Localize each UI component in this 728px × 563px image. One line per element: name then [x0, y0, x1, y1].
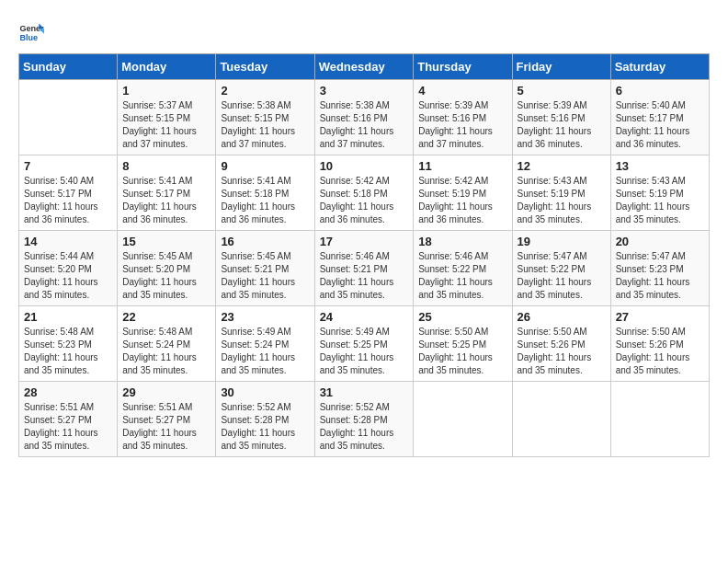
day-info: Sunrise: 5:40 AM Sunset: 5:17 PM Dayligh…: [24, 175, 112, 226]
day-info: Sunrise: 5:39 AM Sunset: 5:16 PM Dayligh…: [518, 99, 606, 151]
day-info: Sunrise: 5:38 AM Sunset: 5:16 PM Dayligh…: [320, 99, 409, 151]
day-number: 22: [122, 310, 210, 324]
day-info: Sunrise: 5:45 AM Sunset: 5:20 PM Dayligh…: [122, 250, 210, 302]
day-number: 25: [418, 310, 506, 324]
calendar-cell: 3Sunrise: 5:38 AM Sunset: 5:16 PM Daylig…: [314, 80, 414, 155]
calendar-cell: 18Sunrise: 5:46 AM Sunset: 5:22 PM Dayli…: [414, 231, 512, 306]
calendar-week-row: 1Sunrise: 5:37 AM Sunset: 5:15 PM Daylig…: [19, 80, 710, 155]
day-info: Sunrise: 5:38 AM Sunset: 5:15 PM Dayligh…: [221, 99, 309, 151]
day-info: Sunrise: 5:48 AM Sunset: 5:24 PM Dayligh…: [122, 326, 210, 377]
calendar-cell: 14Sunrise: 5:44 AM Sunset: 5:20 PM Dayli…: [19, 231, 118, 306]
calendar-cell: 8Sunrise: 5:41 AM Sunset: 5:17 PM Daylig…: [118, 155, 216, 231]
day-info: Sunrise: 5:50 AM Sunset: 5:26 PM Dayligh…: [518, 326, 606, 377]
calendar-cell: [610, 382, 709, 457]
calendar-cell: 7Sunrise: 5:40 AM Sunset: 5:17 PM Daylig…: [19, 155, 118, 231]
day-number: 11: [418, 159, 506, 173]
day-number: 4: [418, 84, 506, 98]
day-info: Sunrise: 5:41 AM Sunset: 5:18 PM Dayligh…: [221, 175, 309, 226]
day-info: Sunrise: 5:50 AM Sunset: 5:26 PM Dayligh…: [616, 326, 704, 377]
calendar-week-row: 28Sunrise: 5:51 AM Sunset: 5:27 PM Dayli…: [19, 382, 710, 457]
day-number: 18: [418, 235, 506, 248]
logo-icon: General Blue: [18, 18, 44, 44]
calendar-cell: 20Sunrise: 5:47 AM Sunset: 5:23 PM Dayli…: [610, 231, 709, 306]
calendar-week-row: 7Sunrise: 5:40 AM Sunset: 5:17 PM Daylig…: [19, 155, 710, 231]
day-number: 8: [122, 159, 210, 173]
day-info: Sunrise: 5:42 AM Sunset: 5:18 PM Dayligh…: [320, 175, 409, 226]
day-number: 28: [24, 385, 112, 399]
day-number: 12: [518, 159, 606, 173]
calendar-cell: 23Sunrise: 5:49 AM Sunset: 5:24 PM Dayli…: [216, 306, 314, 382]
calendar-cell: 6Sunrise: 5:40 AM Sunset: 5:17 PM Daylig…: [610, 80, 709, 155]
calendar-cell: 11Sunrise: 5:42 AM Sunset: 5:19 PM Dayli…: [414, 155, 512, 231]
weekday-header-saturday: Saturday: [610, 54, 709, 80]
day-info: Sunrise: 5:44 AM Sunset: 5:20 PM Dayligh…: [24, 250, 112, 302]
day-info: Sunrise: 5:52 AM Sunset: 5:28 PM Dayligh…: [320, 401, 409, 453]
day-number: 24: [320, 310, 409, 324]
calendar-cell: 16Sunrise: 5:45 AM Sunset: 5:21 PM Dayli…: [216, 231, 314, 306]
day-info: Sunrise: 5:52 AM Sunset: 5:28 PM Dayligh…: [221, 401, 309, 453]
day-number: 2: [221, 84, 309, 98]
day-info: Sunrise: 5:39 AM Sunset: 5:16 PM Dayligh…: [418, 99, 506, 151]
day-info: Sunrise: 5:43 AM Sunset: 5:19 PM Dayligh…: [518, 175, 606, 226]
calendar-cell: 22Sunrise: 5:48 AM Sunset: 5:24 PM Dayli…: [118, 306, 216, 382]
day-number: 14: [24, 235, 112, 248]
day-info: Sunrise: 5:50 AM Sunset: 5:25 PM Dayligh…: [418, 326, 506, 377]
calendar-cell: 1Sunrise: 5:37 AM Sunset: 5:15 PM Daylig…: [118, 80, 216, 155]
day-info: Sunrise: 5:41 AM Sunset: 5:17 PM Dayligh…: [122, 175, 210, 226]
day-number: 26: [518, 310, 606, 324]
calendar-cell: [414, 382, 512, 457]
calendar-cell: [512, 382, 610, 457]
day-number: 10: [320, 159, 409, 173]
day-number: 13: [616, 159, 704, 173]
calendar-cell: 12Sunrise: 5:43 AM Sunset: 5:19 PM Dayli…: [512, 155, 610, 231]
calendar-cell: 15Sunrise: 5:45 AM Sunset: 5:20 PM Dayli…: [118, 231, 216, 306]
calendar-week-row: 21Sunrise: 5:48 AM Sunset: 5:23 PM Dayli…: [19, 306, 710, 382]
calendar-cell: 9Sunrise: 5:41 AM Sunset: 5:18 PM Daylig…: [216, 155, 314, 231]
day-info: Sunrise: 5:51 AM Sunset: 5:27 PM Dayligh…: [24, 401, 112, 453]
day-info: Sunrise: 5:49 AM Sunset: 5:24 PM Dayligh…: [221, 326, 309, 377]
calendar-cell: 4Sunrise: 5:39 AM Sunset: 5:16 PM Daylig…: [414, 80, 512, 155]
calendar-cell: 31Sunrise: 5:52 AM Sunset: 5:28 PM Dayli…: [314, 382, 414, 457]
day-number: 3: [320, 84, 409, 98]
day-number: 1: [122, 84, 210, 98]
day-info: Sunrise: 5:37 AM Sunset: 5:15 PM Dayligh…: [122, 99, 210, 151]
calendar-cell: 19Sunrise: 5:47 AM Sunset: 5:22 PM Dayli…: [512, 231, 610, 306]
calendar-cell: 2Sunrise: 5:38 AM Sunset: 5:15 PM Daylig…: [216, 80, 314, 155]
calendar-cell: 26Sunrise: 5:50 AM Sunset: 5:26 PM Dayli…: [512, 306, 610, 382]
day-number: 19: [518, 235, 606, 248]
calendar-cell: 25Sunrise: 5:50 AM Sunset: 5:25 PM Dayli…: [414, 306, 512, 382]
day-info: Sunrise: 5:43 AM Sunset: 5:19 PM Dayligh…: [616, 175, 704, 226]
day-info: Sunrise: 5:48 AM Sunset: 5:23 PM Dayligh…: [24, 326, 112, 377]
day-number: 15: [122, 235, 210, 248]
day-number: 21: [24, 310, 112, 324]
calendar-cell: [19, 80, 118, 155]
day-info: Sunrise: 5:46 AM Sunset: 5:22 PM Dayligh…: [418, 250, 506, 302]
day-number: 16: [221, 235, 309, 248]
logo: General Blue: [18, 18, 48, 44]
weekday-header-sunday: Sunday: [19, 54, 118, 80]
day-number: 29: [122, 385, 210, 399]
day-info: Sunrise: 5:51 AM Sunset: 5:27 PM Dayligh…: [122, 401, 210, 453]
day-info: Sunrise: 5:47 AM Sunset: 5:22 PM Dayligh…: [518, 250, 606, 302]
day-number: 17: [320, 235, 409, 248]
day-info: Sunrise: 5:45 AM Sunset: 5:21 PM Dayligh…: [221, 250, 309, 302]
calendar-header-row: SundayMondayTuesdayWednesdayThursdayFrid…: [19, 54, 710, 80]
calendar-cell: 5Sunrise: 5:39 AM Sunset: 5:16 PM Daylig…: [512, 80, 610, 155]
weekday-header-tuesday: Tuesday: [216, 54, 314, 80]
calendar-table: SundayMondayTuesdayWednesdayThursdayFrid…: [18, 53, 710, 457]
day-info: Sunrise: 5:42 AM Sunset: 5:19 PM Dayligh…: [418, 175, 506, 226]
day-info: Sunrise: 5:46 AM Sunset: 5:21 PM Dayligh…: [320, 250, 409, 302]
weekday-header-thursday: Thursday: [414, 54, 512, 80]
day-info: Sunrise: 5:47 AM Sunset: 5:23 PM Dayligh…: [616, 250, 704, 302]
calendar-cell: 13Sunrise: 5:43 AM Sunset: 5:19 PM Dayli…: [610, 155, 709, 231]
calendar-week-row: 14Sunrise: 5:44 AM Sunset: 5:20 PM Dayli…: [19, 231, 710, 306]
weekday-header-wednesday: Wednesday: [314, 54, 414, 80]
weekday-header-friday: Friday: [512, 54, 610, 80]
calendar-cell: 24Sunrise: 5:49 AM Sunset: 5:25 PM Dayli…: [314, 306, 414, 382]
svg-text:Blue: Blue: [19, 33, 38, 42]
day-number: 9: [221, 159, 309, 173]
calendar-cell: 29Sunrise: 5:51 AM Sunset: 5:27 PM Dayli…: [118, 382, 216, 457]
day-number: 5: [518, 84, 606, 98]
day-number: 23: [221, 310, 309, 324]
calendar-cell: 27Sunrise: 5:50 AM Sunset: 5:26 PM Dayli…: [610, 306, 709, 382]
